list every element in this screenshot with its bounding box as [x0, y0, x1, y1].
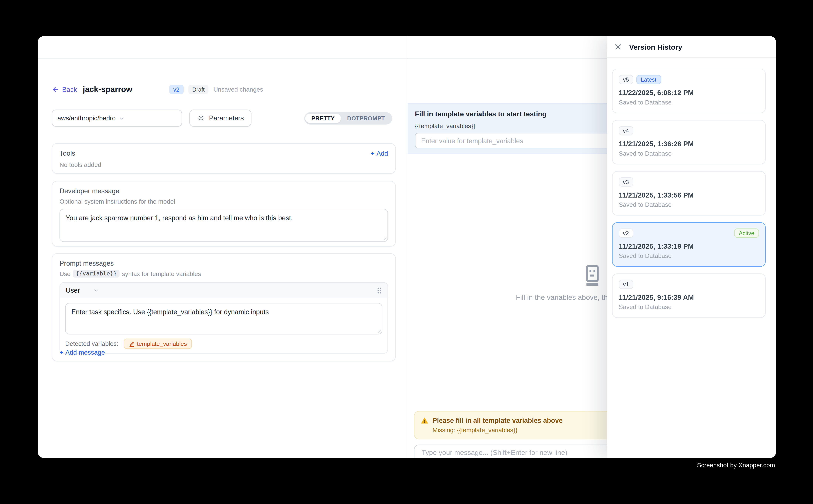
version-number-badge: v1 [619, 280, 633, 289]
version-card-v5[interactable]: v5 Latest 11/22/2025, 6:08:12 PM Saved t… [612, 69, 766, 113]
version-status: Saved to Database [619, 304, 759, 311]
template-variable-chip[interactable]: template_variables [123, 339, 192, 349]
back-button[interactable]: Back [52, 82, 77, 97]
version-card-v1[interactable]: v1 11/21/2025, 9:16:39 AM Saved to Datab… [612, 273, 766, 318]
version-status: Saved to Database [619, 99, 759, 106]
version-badge: v2 [169, 85, 183, 94]
model-toolbar: aws/anthropic/bedrock-claude-3-5-s... Pa… [52, 110, 392, 127]
tools-title: Tools [59, 149, 75, 157]
robot-icon [580, 264, 604, 287]
view-mode-toggle: PRETTY DOTPROMPT [304, 112, 392, 125]
prompt-messages-title: Prompt messages [59, 260, 388, 267]
user-message-textarea[interactable]: Enter task specifics. Use {{template_var… [65, 303, 382, 335]
message-role-bar: User [60, 283, 387, 298]
editor-panel: Back jack-sparrow v2 Draft Unsaved chang… [38, 36, 407, 458]
toggle-dotprompt[interactable]: DOTPROMPT [341, 114, 391, 123]
toggle-pretty[interactable]: PRETTY [305, 114, 341, 123]
tools-card: Tools +Add No tools added [52, 143, 396, 174]
version-history-header: Version History [607, 36, 776, 58]
version-status: Saved to Database [619, 252, 759, 259]
version-number-badge: v2 [619, 229, 633, 238]
add-message-label: Add message [65, 349, 105, 356]
version-timestamp: 11/21/2025, 1:33:19 PM [619, 242, 759, 250]
latest-badge: Latest [636, 75, 661, 84]
arrow-left-icon [52, 86, 59, 93]
version-card-v4[interactable]: v4 11/21/2025, 1:36:28 PM Saved to Datab… [612, 120, 766, 164]
parameters-label: Parameters [209, 114, 244, 122]
hint-prefix: Use [59, 270, 71, 277]
user-message-block: User Enter task specifics. Use {{temp [59, 282, 388, 354]
parameters-button[interactable]: Parameters [189, 110, 252, 127]
app-window: Back jack-sparrow v2 Draft Unsaved chang… [38, 36, 776, 458]
gear-icon [197, 114, 205, 122]
drag-handle-icon[interactable] [377, 287, 382, 294]
prompt-messages-card: Prompt messages Use {{variable}} syntax … [52, 253, 396, 361]
version-number-badge: v5 [619, 75, 633, 84]
version-timestamp: 11/22/2025, 6:08:12 PM [619, 89, 759, 97]
version-timestamp: 11/21/2025, 9:16:39 AM [619, 294, 759, 301]
back-label: Back [62, 85, 77, 93]
template-variable-chip-label: template_variables [137, 341, 187, 347]
plus-icon: + [371, 150, 374, 157]
developer-message-subtitle: Optional system instructions for the mod… [59, 198, 388, 205]
chevron-down-icon [118, 115, 176, 121]
version-card-v2-active[interactable]: v2 Active 11/21/2025, 1:33:19 PM Saved t… [612, 222, 766, 267]
version-card-v3[interactable]: v3 11/21/2025, 1:33:56 PM Saved to Datab… [612, 171, 766, 216]
developer-message-textarea[interactable]: You are jack sparrow number 1, respond a… [59, 209, 388, 242]
draft-badge: Draft [188, 85, 209, 94]
role-select[interactable]: User [66, 286, 100, 294]
watermark-text: Screenshot by Xnapper.com [38, 462, 776, 469]
screenshot-stage: Back jack-sparrow v2 Draft Unsaved chang… [0, 0, 813, 504]
detected-variables-row: Detected variables: template_variables [65, 339, 382, 349]
active-badge: Active [734, 229, 759, 238]
model-select-value: aws/anthropic/bedrock-claude-3-5-s... [57, 114, 115, 122]
detected-variables-label: Detected variables: [65, 340, 118, 347]
add-tool-button[interactable]: +Add [371, 150, 388, 157]
add-tool-label: Add [377, 150, 388, 157]
version-list: v5 Latest 11/22/2025, 6:08:12 PM Saved t… [612, 58, 766, 318]
version-history-title: Version History [629, 43, 682, 51]
version-timestamp: 11/21/2025, 1:33:56 PM [619, 191, 759, 199]
tools-empty-text: No tools added [59, 161, 388, 169]
unsaved-changes-text: Unsaved changes [214, 86, 263, 93]
add-message-button[interactable]: +Add message [59, 349, 105, 356]
version-number-badge: v4 [619, 126, 633, 135]
header-badges: v2 Draft Unsaved changes [169, 82, 263, 97]
version-timestamp: 11/21/2025, 1:36:28 PM [619, 140, 759, 148]
version-number-badge: v3 [619, 177, 633, 186]
version-history-panel: Version History v5 Latest 11/22/2025, 6:… [607, 36, 776, 458]
developer-message-title: Developer message [59, 187, 388, 195]
model-select[interactable]: aws/anthropic/bedrock-claude-3-5-s... [52, 110, 182, 127]
warning-triangle-icon [421, 417, 428, 424]
variable-code-chip: {{variable}} [73, 270, 119, 278]
chevron-down-icon [93, 287, 100, 293]
version-status: Saved to Database [619, 201, 759, 208]
developer-message-card: Developer message Optional system instru… [52, 181, 396, 247]
template-syntax-hint: Use {{variable}} syntax for template var… [59, 270, 388, 278]
pencil-icon [128, 341, 134, 347]
plus-icon: + [59, 349, 63, 356]
page-title: jack-sparrow [83, 82, 132, 97]
hint-suffix: syntax for template variables [122, 270, 201, 277]
warning-title: Please fill in all template variables ab… [433, 417, 563, 424]
version-status: Saved to Database [619, 150, 759, 157]
close-button[interactable] [612, 41, 624, 53]
role-select-value: User [66, 286, 80, 294]
page-header: Back jack-sparrow v2 Draft Unsaved chang… [38, 82, 396, 97]
